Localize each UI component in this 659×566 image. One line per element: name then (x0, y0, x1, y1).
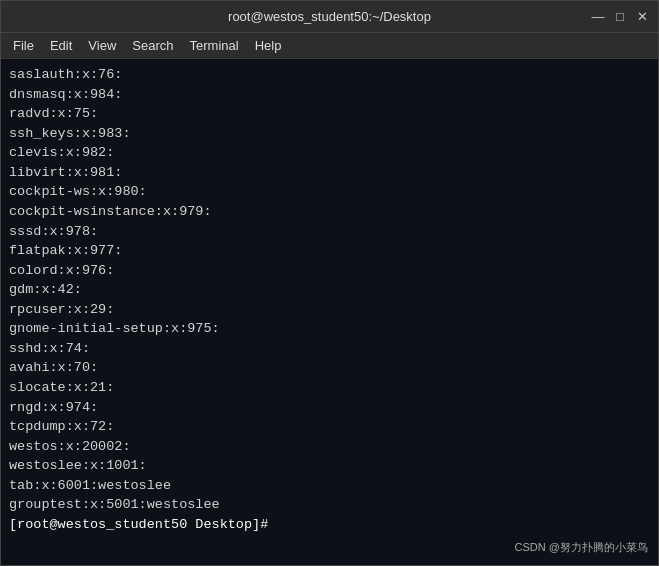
terminal-line: cockpit-ws:x:980: (9, 182, 650, 202)
terminal-prompt[interactable]: [root@westos_student50 Desktop]# (9, 515, 650, 535)
menu-item-help[interactable]: Help (247, 36, 290, 55)
terminal-line: cockpit-wsinstance:x:979: (9, 202, 650, 222)
terminal-line: libvirt:x:981: (9, 163, 650, 183)
close-button[interactable]: ✕ (634, 10, 650, 23)
window-title: root@westos_student50:~/Desktop (69, 9, 590, 24)
terminal-line: ssh_keys:x:983: (9, 124, 650, 144)
minimize-button[interactable]: — (590, 10, 606, 23)
menu-item-terminal[interactable]: Terminal (182, 36, 247, 55)
terminal-line: saslauth:x:76: (9, 65, 650, 85)
terminal-line: rpcuser:x:29: (9, 300, 650, 320)
terminal-line: gdm:x:42: (9, 280, 650, 300)
menu-item-file[interactable]: File (5, 36, 42, 55)
menu-item-search[interactable]: Search (124, 36, 181, 55)
title-bar: root@westos_student50:~/Desktop — □ ✕ (1, 1, 658, 33)
terminal-line: avahi:x:70: (9, 358, 650, 378)
menu-item-edit[interactable]: Edit (42, 36, 80, 55)
window-controls: — □ ✕ (590, 10, 650, 23)
terminal-window: root@westos_student50:~/Desktop — □ ✕ Fi… (0, 0, 659, 566)
terminal-line: tab:x:6001:westoslee (9, 476, 650, 496)
terminal-line: westos:x:20002: (9, 437, 650, 457)
terminal-line: sshd:x:74: (9, 339, 650, 359)
terminal-line: gnome-initial-setup:x:975: (9, 319, 650, 339)
terminal-line: radvd:x:75: (9, 104, 650, 124)
terminal-line: sssd:x:978: (9, 222, 650, 242)
terminal-line: slocate:x:21: (9, 378, 650, 398)
terminal-line: dnsmasq:x:984: (9, 85, 650, 105)
watermark: CSDN @努力扑腾的小菜鸟 (515, 540, 648, 555)
terminal-line: westoslee:x:1001: (9, 456, 650, 476)
terminal-line: tcpdump:x:72: (9, 417, 650, 437)
menu-item-view[interactable]: View (80, 36, 124, 55)
maximize-button[interactable]: □ (612, 10, 628, 23)
terminal-line: rngd:x:974: (9, 398, 650, 418)
terminal-line: colord:x:976: (9, 261, 650, 281)
terminal-line: clevis:x:982: (9, 143, 650, 163)
terminal-line: flatpak:x:977: (9, 241, 650, 261)
terminal-body[interactable]: saslauth:x:76:dnsmasq:x:984:radvd:x:75:s… (1, 59, 658, 565)
menu-bar: FileEditViewSearchTerminalHelp (1, 33, 658, 59)
terminal-line: grouptest:x:5001:westoslee (9, 495, 650, 515)
